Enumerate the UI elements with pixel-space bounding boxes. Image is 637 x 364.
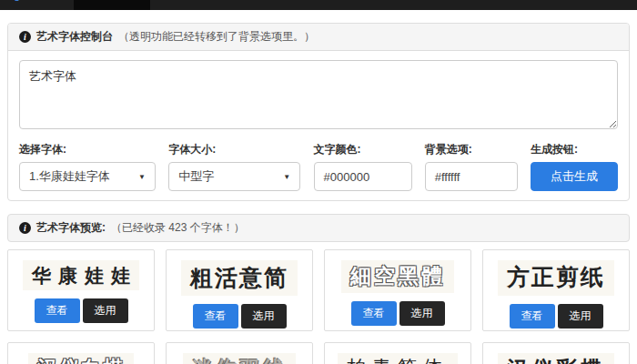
font-card: 柏青简体 查看 选用 [324, 342, 471, 364]
nav-item[interactable]: 字体大全 [303, 0, 379, 10]
font-preview-text: 汉仪彩蝶 [498, 353, 614, 364]
console-panel-header: i 艺术字体控制台 （透明功能已经转移到了背景选项里。） [8, 24, 629, 51]
font-card-buttons: 查看 选用 [193, 304, 287, 329]
size-select-value: 中型字 [178, 168, 214, 185]
nav-item[interactable]: 书法字体 [150, 0, 227, 10]
console-panel-body: 艺术字体 选择字体: 1.华康娃娃字体 ▼ 字体大小: 中型字 ▼ [8, 51, 629, 200]
background-option-label: 背景选项: [425, 142, 518, 157]
navbar-right-item[interactable]: 手机版 [576, 0, 637, 10]
size-select[interactable]: 中型字 ▼ [168, 162, 300, 191]
font-card: 粗活意简 查看 选用 [166, 249, 313, 331]
font-preview-text: 汉仪白棋 [28, 353, 134, 364]
font-select-label: 选择字体: [19, 142, 156, 157]
text-color-label: 文字颜色: [314, 142, 412, 157]
info-icon: i [19, 31, 31, 43]
font-card: 华康娃娃 查看 选用 [7, 249, 155, 331]
font-preview-text: 华康娃娃 [23, 260, 139, 290]
chevron-down-icon: ▼ [138, 173, 146, 181]
font-card-buttons: 查看 选用 [35, 298, 128, 323]
font-card-buttons: 查看 选用 [351, 301, 445, 326]
text-color-input[interactable]: #000000 [314, 162, 412, 191]
size-select-label: 字体大小: [168, 142, 300, 157]
chevron-down-icon: ▼ [283, 173, 290, 181]
generate-group: 生成按钮: 点击生成 [531, 142, 618, 191]
font-card: 迷你双线 查看 选用 [166, 342, 313, 364]
font-select-group: 选择字体: 1.华康娃娃字体 ▼ [19, 142, 156, 191]
font-preview-text: 迷你双线 [183, 353, 296, 364]
font-select-value: 1.华康娃娃字体 [29, 168, 110, 185]
size-select-group: 字体大小: 中型字 ▼ [168, 142, 300, 191]
background-option-group: 背景选项: #ffffff [425, 142, 518, 191]
background-option-input[interactable]: #ffffff [425, 162, 518, 191]
text-input[interactable]: 艺术字体 [19, 60, 618, 129]
preview-header: i 艺术字体预览: （已经收录 423 个字体！） [7, 214, 630, 242]
preview-count-note: （已经收录 423 个字体！） [111, 220, 245, 236]
console-note: （透明功能已经转移到了背景选项里。） [118, 29, 315, 45]
font-preview-text: 方正剪纸 [498, 260, 614, 296]
page-container: i 艺术字体控制台 （透明功能已经转移到了背景选项里。） 艺术字体 选择字体: … [0, 23, 637, 364]
font-preview-text: 粗活意简 [181, 260, 298, 296]
view-button[interactable]: 查看 [35, 298, 80, 323]
view-button[interactable]: 查看 [351, 301, 397, 326]
font-card: 汉仪白棋 查看 选用 [7, 342, 155, 364]
view-button[interactable]: 查看 [193, 304, 238, 329]
font-preview-text: 細空黑體 [341, 260, 454, 293]
nav-item[interactable]: 字体下载 [227, 0, 303, 10]
use-button[interactable]: 选用 [399, 301, 445, 326]
font-select[interactable]: 1.华康娃娃字体 ▼ [19, 162, 156, 191]
top-navbar: QT86 艺术字体书法字体字体下载字体大全 手机版 [0, 0, 637, 10]
font-card: 方正剪纸 查看 选用 [482, 249, 630, 331]
preview-title: 艺术字体预览: [36, 220, 106, 236]
font-cards-grid: 华康娃娃 查看 选用 粗活意简 查看 选用 細空黑體 查看 选用 方正剪纸 查看… [7, 249, 630, 364]
use-button[interactable]: 选用 [83, 298, 128, 323]
text-color-group: 文字颜色: #000000 [314, 142, 412, 191]
nav-item[interactable]: 艺术字体 [74, 0, 150, 10]
console-panel: i 艺术字体控制台 （透明功能已经转移到了背景选项里。） 艺术字体 选择字体: … [7, 23, 630, 201]
site-logo[interactable]: QT86 [9, 0, 54, 10]
console-title: 艺术字体控制台 [36, 29, 113, 45]
info-icon: i [19, 222, 31, 234]
generate-button[interactable]: 点击生成 [531, 162, 618, 191]
font-card-buttons: 查看 选用 [510, 304, 603, 329]
generate-label: 生成按钮: [531, 142, 618, 157]
font-card: 細空黑體 查看 选用 [324, 249, 471, 331]
view-button[interactable]: 查看 [510, 304, 555, 329]
console-form-row: 选择字体: 1.华康娃娃字体 ▼ 字体大小: 中型字 ▼ 文字颜色: #0000 [19, 142, 618, 191]
font-preview-text: 柏青简体 [338, 353, 458, 364]
font-card: 汉仪彩蝶 查看 选用 [482, 342, 630, 364]
use-button[interactable]: 选用 [241, 304, 287, 329]
navbar-items: 艺术字体书法字体字体下载字体大全 [74, 0, 379, 10]
use-button[interactable]: 选用 [558, 304, 603, 329]
